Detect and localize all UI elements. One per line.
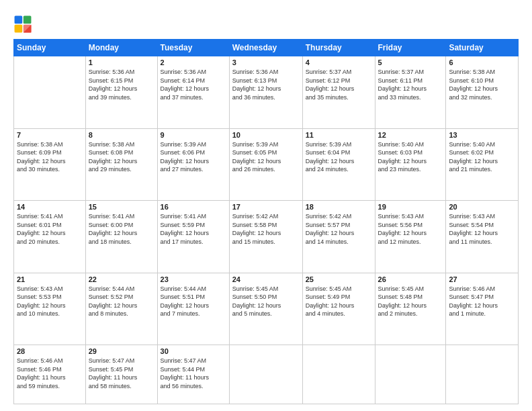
- day-number: 7: [17, 131, 83, 139]
- day-info: Sunrise: 5:39 AM Sunset: 6:06 PM Dayligh…: [161, 140, 226, 174]
- day-number: 1: [89, 58, 154, 66]
- day-info: Sunrise: 5:46 AM Sunset: 5:47 PM Dayligh…: [449, 285, 515, 318]
- day-info: Sunrise: 5:36 AM Sunset: 6:14 PM Dayligh…: [161, 68, 226, 101]
- day-info: Sunrise: 5:39 AM Sunset: 6:04 PM Dayligh…: [306, 140, 372, 174]
- weekday-saturday: Saturday: [446, 40, 519, 56]
- day-info: Sunrise: 5:41 AM Sunset: 6:01 PM Dayligh…: [17, 212, 83, 246]
- day-info: Sunrise: 5:44 AM Sunset: 5:51 PM Dayligh…: [161, 285, 226, 318]
- weekday-tuesday: Tuesday: [157, 40, 229, 56]
- calendar-cell: 14Sunrise: 5:41 AM Sunset: 6:01 PM Dayli…: [14, 201, 86, 273]
- svg-rect-2: [15, 25, 23, 33]
- calendar-cell: 27Sunrise: 5:46 AM Sunset: 5:47 PM Dayli…: [446, 273, 519, 345]
- day-number: 25: [306, 275, 372, 283]
- day-number: 29: [89, 347, 154, 355]
- calendar-cell: 23Sunrise: 5:44 AM Sunset: 5:51 PM Dayli…: [157, 273, 229, 345]
- header: [13, 12, 519, 34]
- calendar-cell: 18Sunrise: 5:42 AM Sunset: 5:57 PM Dayli…: [302, 201, 375, 273]
- week-row-1: 7Sunrise: 5:38 AM Sunset: 6:09 PM Daylig…: [14, 128, 519, 201]
- calendar-cell: 22Sunrise: 5:44 AM Sunset: 5:52 PM Dayli…: [85, 273, 157, 345]
- day-info: Sunrise: 5:43 AM Sunset: 5:56 PM Dayligh…: [378, 212, 443, 246]
- day-info: Sunrise: 5:42 AM Sunset: 5:57 PM Dayligh…: [306, 212, 372, 246]
- day-info: Sunrise: 5:38 AM Sunset: 6:10 PM Dayligh…: [449, 68, 515, 101]
- calendar-cell: 4Sunrise: 5:37 AM Sunset: 6:12 PM Daylig…: [302, 56, 375, 129]
- day-info: Sunrise: 5:39 AM Sunset: 6:05 PM Dayligh…: [232, 140, 300, 174]
- svg-rect-0: [15, 16, 23, 24]
- calendar-cell: 12Sunrise: 5:40 AM Sunset: 6:03 PM Dayli…: [375, 128, 446, 201]
- day-number: 2: [161, 58, 226, 66]
- day-number: 13: [449, 131, 515, 139]
- day-number: 15: [89, 203, 154, 211]
- calendar-cell: 29Sunrise: 5:47 AM Sunset: 5:45 PM Dayli…: [85, 345, 157, 404]
- calendar-cell: 17Sunrise: 5:42 AM Sunset: 5:58 PM Dayli…: [229, 201, 302, 273]
- week-row-0: 1Sunrise: 5:36 AM Sunset: 6:15 PM Daylig…: [14, 56, 519, 129]
- week-row-3: 21Sunrise: 5:43 AM Sunset: 5:53 PM Dayli…: [14, 273, 519, 345]
- day-number: 12: [378, 131, 443, 139]
- calendar-cell: [229, 345, 302, 404]
- calendar-cell: [302, 345, 375, 404]
- calendar-cell: 24Sunrise: 5:45 AM Sunset: 5:50 PM Dayli…: [229, 273, 302, 345]
- calendar-cell: 9Sunrise: 5:39 AM Sunset: 6:06 PM Daylig…: [157, 128, 229, 201]
- day-number: 21: [17, 275, 83, 283]
- calendar-cell: 13Sunrise: 5:40 AM Sunset: 6:02 PM Dayli…: [446, 128, 519, 201]
- calendar-cell: 5Sunrise: 5:37 AM Sunset: 6:11 PM Daylig…: [375, 56, 446, 129]
- calendar-cell: 20Sunrise: 5:43 AM Sunset: 5:54 PM Dayli…: [446, 201, 519, 273]
- day-info: Sunrise: 5:36 AM Sunset: 6:15 PM Dayligh…: [89, 68, 154, 101]
- day-info: Sunrise: 5:37 AM Sunset: 6:12 PM Dayligh…: [306, 68, 372, 101]
- day-number: 22: [89, 275, 154, 283]
- calendar-cell: 21Sunrise: 5:43 AM Sunset: 5:53 PM Dayli…: [14, 273, 86, 345]
- weekday-header-row: SundayMondayTuesdayWednesdayThursdayFrid…: [14, 40, 519, 56]
- day-number: 28: [17, 347, 83, 355]
- day-info: Sunrise: 5:41 AM Sunset: 6:00 PM Dayligh…: [89, 212, 154, 246]
- day-number: 9: [161, 131, 226, 139]
- day-info: Sunrise: 5:47 AM Sunset: 5:44 PM Dayligh…: [161, 357, 226, 390]
- day-number: 10: [232, 131, 300, 139]
- day-number: 3: [232, 58, 300, 66]
- day-number: 20: [449, 203, 515, 211]
- week-row-4: 28Sunrise: 5:46 AM Sunset: 5:46 PM Dayli…: [14, 345, 519, 404]
- calendar-cell: 8Sunrise: 5:38 AM Sunset: 6:08 PM Daylig…: [85, 128, 157, 201]
- day-info: Sunrise: 5:45 AM Sunset: 5:49 PM Dayligh…: [306, 285, 372, 318]
- calendar-cell: 2Sunrise: 5:36 AM Sunset: 6:14 PM Daylig…: [157, 56, 229, 129]
- calendar-cell: 6Sunrise: 5:38 AM Sunset: 6:10 PM Daylig…: [446, 56, 519, 129]
- weekday-thursday: Thursday: [302, 40, 375, 56]
- weekday-sunday: Sunday: [14, 40, 86, 56]
- page: SundayMondayTuesdayWednesdayThursdayFrid…: [0, 0, 532, 411]
- calendar-cell: [446, 345, 519, 404]
- day-number: 30: [161, 347, 226, 355]
- day-number: 8: [89, 131, 154, 139]
- day-number: 19: [378, 203, 443, 211]
- day-number: 4: [306, 58, 372, 66]
- day-number: 17: [232, 203, 300, 211]
- day-number: 26: [378, 275, 443, 283]
- day-number: 14: [17, 203, 83, 211]
- day-info: Sunrise: 5:45 AM Sunset: 5:50 PM Dayligh…: [232, 285, 300, 318]
- calendar-table: SundayMondayTuesdayWednesdayThursdayFrid…: [13, 39, 519, 404]
- calendar-cell: 26Sunrise: 5:45 AM Sunset: 5:48 PM Dayli…: [375, 273, 446, 345]
- svg-rect-1: [24, 16, 32, 24]
- day-number: 16: [161, 203, 226, 211]
- calendar-cell: 15Sunrise: 5:41 AM Sunset: 6:00 PM Dayli…: [85, 201, 157, 273]
- day-info: Sunrise: 5:40 AM Sunset: 6:03 PM Dayligh…: [378, 140, 443, 174]
- calendar-cell: [14, 56, 86, 129]
- day-info: Sunrise: 5:38 AM Sunset: 6:08 PM Dayligh…: [89, 140, 154, 174]
- weekday-friday: Friday: [375, 40, 446, 56]
- calendar-cell: 10Sunrise: 5:39 AM Sunset: 6:05 PM Dayli…: [229, 128, 302, 201]
- calendar-cell: 3Sunrise: 5:36 AM Sunset: 6:13 PM Daylig…: [229, 56, 302, 129]
- day-number: 24: [232, 275, 300, 283]
- day-number: 5: [378, 58, 443, 66]
- day-info: Sunrise: 5:36 AM Sunset: 6:13 PM Dayligh…: [232, 68, 300, 101]
- day-number: 18: [306, 203, 372, 211]
- calendar-cell: 16Sunrise: 5:41 AM Sunset: 5:59 PM Dayli…: [157, 201, 229, 273]
- week-row-2: 14Sunrise: 5:41 AM Sunset: 6:01 PM Dayli…: [14, 201, 519, 273]
- svg-rect-4: [24, 25, 32, 33]
- day-info: Sunrise: 5:43 AM Sunset: 5:54 PM Dayligh…: [449, 212, 515, 246]
- day-info: Sunrise: 5:37 AM Sunset: 6:11 PM Dayligh…: [378, 68, 443, 101]
- logo: [13, 15, 35, 34]
- calendar-cell: 19Sunrise: 5:43 AM Sunset: 5:56 PM Dayli…: [375, 201, 446, 273]
- calendar-cell: 7Sunrise: 5:38 AM Sunset: 6:09 PM Daylig…: [14, 128, 86, 201]
- day-info: Sunrise: 5:38 AM Sunset: 6:09 PM Dayligh…: [17, 140, 83, 174]
- day-info: Sunrise: 5:44 AM Sunset: 5:52 PM Dayligh…: [89, 285, 154, 318]
- calendar-cell: [375, 345, 446, 404]
- day-number: 27: [449, 275, 515, 283]
- calendar-cell: 28Sunrise: 5:46 AM Sunset: 5:46 PM Dayli…: [14, 345, 86, 404]
